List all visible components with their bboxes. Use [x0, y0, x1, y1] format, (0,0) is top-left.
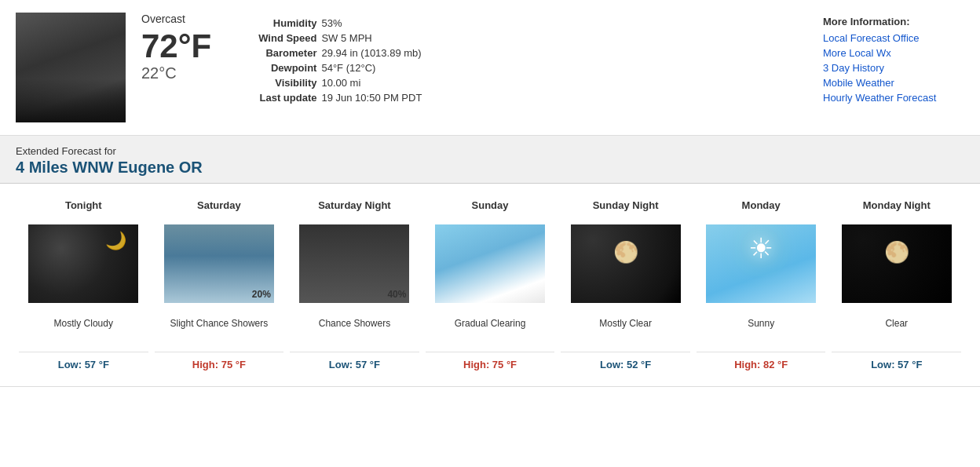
precip-badge: 40% — [387, 289, 406, 300]
forecast-description: Chance Showers — [319, 309, 390, 337]
visibility-value: 10.00 mi — [321, 75, 426, 90]
more-info-link[interactable]: Local Forecast Office — [823, 32, 964, 44]
current-weather-section: Overcast 72°F 22°C Humidity 53% Wind Spe… — [0, 0, 980, 136]
windspeed-value: SW 5 MPH — [321, 31, 426, 46]
divider — [426, 352, 555, 352]
temperature-section: Overcast 72°F 22°C — [141, 13, 211, 82]
details-table: Humidity 53% Wind Speed SW 5 MPH Baromet… — [258, 16, 426, 105]
forecast-grid: TonightMostly CloudyLow: 57 °FSaturday20… — [0, 184, 980, 387]
humidity-row: Humidity 53% — [258, 16, 426, 31]
forecast-temp: High: 75 °F — [463, 359, 517, 370]
forecast-day: TonightMostly CloudyLow: 57 °F — [16, 193, 152, 370]
precip-badge: 20% — [252, 289, 271, 300]
weather-details: Humidity 53% Wind Speed SW 5 MPH Baromet… — [258, 13, 792, 105]
more-info-link[interactable]: More Local Wx — [823, 47, 964, 59]
day-name: Monday Night — [863, 193, 931, 218]
forecast-temp: Low: 57 °F — [58, 359, 109, 370]
humidity-label: Humidity — [258, 16, 321, 31]
forecast-temp: Low: 52 °F — [600, 359, 651, 370]
forecast-description: Clear — [885, 309, 908, 337]
divider — [155, 352, 284, 352]
weather-image — [16, 13, 126, 122]
lastupdate-row: Last update 19 Jun 10:50 PM PDT — [258, 90, 426, 105]
day-name: Saturday — [197, 193, 241, 218]
forecast-temp: Low: 57 °F — [871, 359, 922, 370]
forecast-description: Mostly Cloudy — [54, 309, 113, 337]
extended-location: 4 Miles WNW Eugene OR — [16, 159, 964, 177]
forecast-day: Saturday20%Slight Chance ShowersHigh: 75… — [152, 193, 287, 370]
day-name: Tonight — [65, 193, 102, 218]
divider — [697, 352, 826, 352]
forecast-image — [571, 224, 681, 303]
more-info-link[interactable]: 3 Day History — [823, 62, 964, 74]
windspeed-label: Wind Speed — [258, 31, 321, 46]
divider — [19, 352, 148, 352]
forecast-description: Slight Chance Showers — [170, 309, 269, 337]
more-info-link[interactable]: Hourly Weather Forecast — [823, 92, 964, 104]
forecast-day: Monday NightClearLow: 57 °F — [828, 193, 964, 370]
more-info-section: More Information: Local Forecast OfficeM… — [823, 13, 964, 107]
forecast-description: Mostly Clear — [599, 309, 652, 337]
extended-label: Extended Forecast for — [16, 145, 964, 157]
lastupdate-value: 19 Jun 10:50 PM PDT — [321, 90, 426, 105]
forecast-description: Sunny — [748, 309, 774, 337]
day-name: Monday — [742, 193, 781, 218]
lastupdate-label: Last update — [258, 90, 321, 105]
visibility-row: Visibility 10.00 mi — [258, 75, 426, 90]
divider — [290, 352, 419, 352]
barometer-label: Barometer — [258, 46, 321, 60]
forecast-day: MondaySunnyHigh: 82 °F — [693, 193, 829, 370]
divider — [832, 352, 961, 352]
forecast-day: Sunday NightMostly ClearLow: 52 °F — [558, 193, 693, 370]
visibility-label: Visibility — [258, 75, 321, 90]
forecast-description: Gradual Clearing — [455, 309, 526, 337]
day-name: Sunday Night — [593, 193, 659, 218]
forecast-temp: High: 82 °F — [734, 359, 788, 370]
day-name: Sunday — [472, 193, 509, 218]
forecast-temp: Low: 57 °F — [329, 359, 380, 370]
more-info-link[interactable]: Mobile Weather — [823, 77, 964, 89]
divider — [561, 352, 690, 352]
temp-celsius: 22°C — [141, 64, 211, 82]
barometer-value: 29.94 in (1013.89 mb) — [321, 46, 426, 60]
forecast-image — [842, 224, 952, 303]
forecast-temp: High: 75 °F — [192, 359, 246, 370]
more-info-title: More Information: — [823, 16, 964, 27]
extended-forecast-header: Extended Forecast for 4 Miles WNW Eugene… — [0, 136, 980, 184]
condition-text: Overcast — [141, 13, 211, 25]
forecast-image: 20% — [164, 224, 274, 303]
dewpoint-label: Dewpoint — [258, 60, 321, 75]
forecast-image: 40% — [299, 224, 409, 303]
temp-fahrenheit: 72°F — [141, 28, 211, 64]
forecast-day: Saturday Night40%Chance ShowersLow: 57 °… — [287, 193, 422, 370]
dewpoint-row: Dewpoint 54°F (12°C) — [258, 60, 426, 75]
humidity-value: 53% — [321, 16, 426, 31]
barometer-row: Barometer 29.94 in (1013.89 mb) — [258, 46, 426, 60]
forecast-image — [435, 224, 545, 303]
windspeed-row: Wind Speed SW 5 MPH — [258, 31, 426, 46]
forecast-image — [28, 224, 138, 303]
forecast-day: SundayGradual ClearingHigh: 75 °F — [422, 193, 558, 370]
more-info-links: Local Forecast OfficeMore Local Wx3 Day … — [823, 32, 964, 104]
dewpoint-value: 54°F (12°C) — [321, 60, 426, 75]
day-name: Saturday Night — [318, 193, 390, 218]
forecast-image — [706, 224, 816, 303]
